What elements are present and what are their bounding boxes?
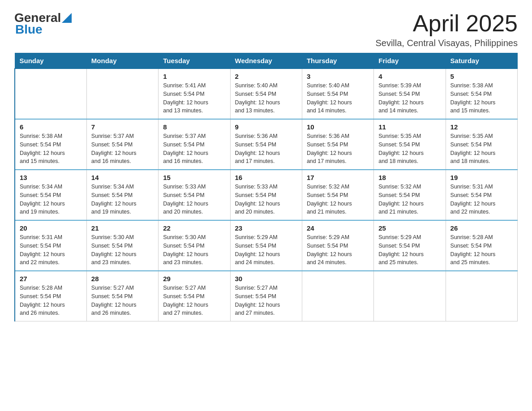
day-info: Sunrise: 5:33 AM Sunset: 5:54 PM Dayligh… [235,183,297,216]
calendar-cell-w1-d6: 5Sunrise: 5:38 AM Sunset: 5:54 PM Daylig… [446,68,517,119]
page-header: General Blue April 2025 Sevilla, Central… [14,11,518,48]
weekday-header-row: Sunday Monday Tuesday Wednesday Thursday… [15,53,518,69]
calendar-cell-w3-d2: 15Sunrise: 5:33 AM Sunset: 5:54 PM Dayli… [159,170,230,220]
day-info: Sunrise: 5:30 AM Sunset: 5:54 PM Dayligh… [163,233,225,267]
day-number: 22 [163,224,225,232]
calendar-cell-w1-d0 [15,68,86,119]
day-number: 27 [20,275,82,283]
calendar-cell-w1-d2: 1Sunrise: 5:41 AM Sunset: 5:54 PM Daylig… [159,68,230,119]
day-number: 2 [235,73,297,80]
calendar-cell-w4-d5: 25Sunrise: 5:29 AM Sunset: 5:54 PM Dayli… [374,220,446,271]
day-info: Sunrise: 5:31 AM Sunset: 5:54 PM Dayligh… [20,233,82,267]
svg-marker-0 [62,13,72,23]
calendar-cell-w3-d5: 18Sunrise: 5:32 AM Sunset: 5:54 PM Dayli… [374,170,446,220]
calendar-cell-w1-d4: 3Sunrise: 5:40 AM Sunset: 5:54 PM Daylig… [302,68,373,119]
day-number: 17 [307,174,369,181]
day-info: Sunrise: 5:38 AM Sunset: 5:54 PM Dayligh… [20,132,82,166]
calendar-cell-w1-d1 [86,68,158,119]
day-number: 23 [235,224,297,232]
day-number: 4 [378,73,441,80]
day-info: Sunrise: 5:36 AM Sunset: 5:54 PM Dayligh… [235,132,297,166]
day-number: 28 [91,275,154,283]
calendar-cell-w5-d6 [446,271,517,321]
day-info: Sunrise: 5:32 AM Sunset: 5:54 PM Dayligh… [378,183,441,216]
day-info: Sunrise: 5:37 AM Sunset: 5:54 PM Dayligh… [91,132,154,166]
day-info: Sunrise: 5:27 AM Sunset: 5:54 PM Dayligh… [91,284,154,317]
header-friday: Friday [374,53,446,69]
day-info: Sunrise: 5:34 AM Sunset: 5:54 PM Dayligh… [91,183,154,216]
header-thursday: Thursday [302,53,373,69]
header-tuesday: Tuesday [159,53,230,69]
day-number: 3 [307,73,369,80]
day-info: Sunrise: 5:27 AM Sunset: 5:54 PM Dayligh… [235,284,297,317]
day-info: Sunrise: 5:35 AM Sunset: 5:54 PM Dayligh… [378,132,441,166]
week-row-4: 20Sunrise: 5:31 AM Sunset: 5:54 PM Dayli… [15,220,518,271]
day-number: 20 [20,224,82,232]
day-number: 18 [378,174,441,181]
day-info: Sunrise: 5:29 AM Sunset: 5:54 PM Dayligh… [378,233,441,267]
day-info: Sunrise: 5:31 AM Sunset: 5:54 PM Dayligh… [450,183,513,216]
day-info: Sunrise: 5:39 AM Sunset: 5:54 PM Dayligh… [378,81,441,115]
day-number: 16 [235,174,297,181]
calendar-cell-w5-d5 [374,271,446,321]
calendar-cell-w2-d1: 7Sunrise: 5:37 AM Sunset: 5:54 PM Daylig… [86,119,158,170]
header-monday: Monday [86,53,158,69]
day-info: Sunrise: 5:27 AM Sunset: 5:54 PM Dayligh… [163,284,225,317]
calendar-cell-w1-d3: 2Sunrise: 5:40 AM Sunset: 5:54 PM Daylig… [230,68,302,119]
calendar-cell-w5-d3: 30Sunrise: 5:27 AM Sunset: 5:54 PM Dayli… [230,271,302,321]
day-info: Sunrise: 5:38 AM Sunset: 5:54 PM Dayligh… [450,81,513,115]
day-number: 10 [307,123,369,131]
day-number: 12 [450,123,513,131]
day-number: 11 [378,123,441,131]
logo: General Blue [14,11,72,37]
day-info: Sunrise: 5:28 AM Sunset: 5:54 PM Dayligh… [20,284,82,317]
title-section: April 2025 Sevilla, Central Visayas, Phi… [375,11,518,48]
calendar-cell-w3-d6: 19Sunrise: 5:31 AM Sunset: 5:54 PM Dayli… [446,170,517,220]
week-row-2: 6Sunrise: 5:38 AM Sunset: 5:54 PM Daylig… [15,119,518,170]
calendar-cell-w5-d2: 29Sunrise: 5:27 AM Sunset: 5:54 PM Dayli… [159,271,230,321]
day-info: Sunrise: 5:36 AM Sunset: 5:54 PM Dayligh… [307,132,369,166]
day-number: 7 [91,123,154,131]
calendar-cell-w3-d3: 16Sunrise: 5:33 AM Sunset: 5:54 PM Dayli… [230,170,302,220]
day-number: 26 [450,224,513,232]
day-info: Sunrise: 5:28 AM Sunset: 5:54 PM Dayligh… [450,233,513,267]
logo-blue-text: Blue [14,22,43,37]
calendar-cell-w3-d1: 14Sunrise: 5:34 AM Sunset: 5:54 PM Dayli… [86,170,158,220]
day-number: 29 [163,275,225,283]
calendar-cell-w2-d6: 12Sunrise: 5:35 AM Sunset: 5:54 PM Dayli… [446,119,517,170]
day-info: Sunrise: 5:35 AM Sunset: 5:54 PM Dayligh… [450,132,513,166]
day-info: Sunrise: 5:30 AM Sunset: 5:54 PM Dayligh… [91,233,154,267]
day-number: 19 [450,174,513,181]
week-row-3: 13Sunrise: 5:34 AM Sunset: 5:54 PM Dayli… [15,170,518,220]
header-saturday: Saturday [446,53,517,69]
calendar-cell-w4-d3: 23Sunrise: 5:29 AM Sunset: 5:54 PM Dayli… [230,220,302,271]
calendar-cell-w5-d0: 27Sunrise: 5:28 AM Sunset: 5:54 PM Dayli… [15,271,86,321]
day-info: Sunrise: 5:32 AM Sunset: 5:54 PM Dayligh… [307,183,369,216]
calendar-cell-w2-d0: 6Sunrise: 5:38 AM Sunset: 5:54 PM Daylig… [15,119,86,170]
month-title: April 2025 [375,11,518,36]
calendar-cell-w4-d0: 20Sunrise: 5:31 AM Sunset: 5:54 PM Dayli… [15,220,86,271]
day-number: 13 [20,174,82,181]
calendar-cell-w2-d3: 9Sunrise: 5:36 AM Sunset: 5:54 PM Daylig… [230,119,302,170]
day-number: 30 [235,275,297,283]
calendar-cell-w4-d4: 24Sunrise: 5:29 AM Sunset: 5:54 PM Dayli… [302,220,373,271]
calendar-cell-w5-d4 [302,271,373,321]
day-info: Sunrise: 5:41 AM Sunset: 5:54 PM Dayligh… [163,81,225,115]
location-subtitle: Sevilla, Central Visayas, Philippines [375,38,518,48]
calendar-cell-w3-d4: 17Sunrise: 5:32 AM Sunset: 5:54 PM Dayli… [302,170,373,220]
calendar-cell-w3-d0: 13Sunrise: 5:34 AM Sunset: 5:54 PM Dayli… [15,170,86,220]
day-number: 6 [20,123,82,131]
day-number: 15 [163,174,225,181]
calendar-cell-w2-d4: 10Sunrise: 5:36 AM Sunset: 5:54 PM Dayli… [302,119,373,170]
calendar-table: Sunday Monday Tuesday Wednesday Thursday… [14,53,518,321]
calendar-cell-w4-d2: 22Sunrise: 5:30 AM Sunset: 5:54 PM Dayli… [159,220,230,271]
day-info: Sunrise: 5:37 AM Sunset: 5:54 PM Dayligh… [163,132,225,166]
calendar-cell-w4-d1: 21Sunrise: 5:30 AM Sunset: 5:54 PM Dayli… [86,220,158,271]
day-info: Sunrise: 5:34 AM Sunset: 5:54 PM Dayligh… [20,183,82,216]
day-number: 14 [91,174,154,181]
calendar-cell-w5-d1: 28Sunrise: 5:27 AM Sunset: 5:54 PM Dayli… [86,271,158,321]
calendar-cell-w2-d2: 8Sunrise: 5:37 AM Sunset: 5:54 PM Daylig… [159,119,230,170]
week-row-1: 1Sunrise: 5:41 AM Sunset: 5:54 PM Daylig… [15,68,518,119]
day-info: Sunrise: 5:40 AM Sunset: 5:54 PM Dayligh… [235,81,297,115]
day-number: 25 [378,224,441,232]
